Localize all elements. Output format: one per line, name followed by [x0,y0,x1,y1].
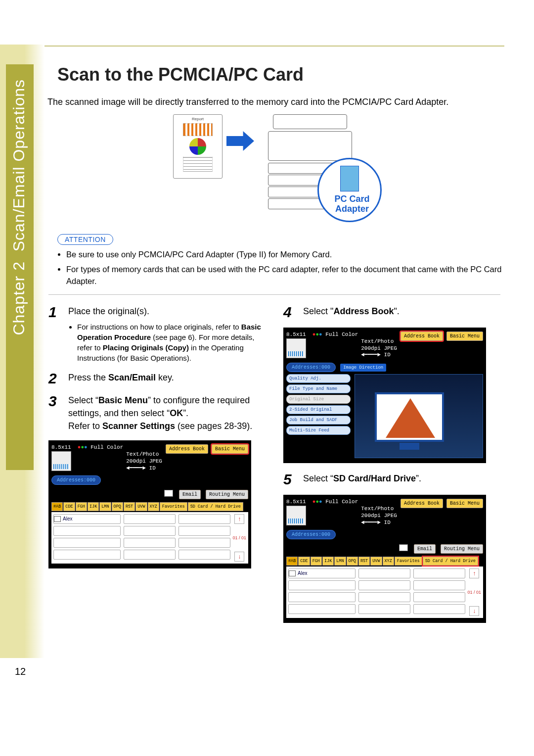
contact-entry[interactable] [413,604,465,614]
addresses-counter[interactable]: Addresses:000 [286,530,336,539]
alpha-tabs: #AB CDE FGH IJK LMN OPQ RST UVW XYZ Favo… [51,502,248,511]
attention-item: For types of memory cards that can be us… [66,264,504,287]
contact-entry[interactable]: Alex [53,514,121,524]
sd-card-tab[interactable]: SD Card / Hard Drive [188,502,243,511]
attention-item: Be sure to use only PCMCIA/PC Card Adapt… [66,249,504,261]
alpha-tab[interactable]: RST [358,557,370,566]
alpha-tab[interactable]: LMN [334,557,346,566]
contact-entry[interactable] [124,550,176,560]
contact-entry[interactable] [358,568,410,578]
address-book-button[interactable]: Address Book [400,499,443,508]
contact-entry[interactable] [358,592,410,602]
alpha-tab[interactable]: FGH [311,557,322,566]
contact-entry[interactable] [413,592,465,602]
email-button[interactable]: Email [414,544,436,554]
routing-menu-button[interactable]: Routing Menu [206,490,248,499]
addresses-counter[interactable]: Addresses:000 [51,475,101,485]
two-sided-button[interactable]: 2-Sided Original [286,405,351,414]
alpha-tab[interactable]: OPQ [112,502,123,511]
favorites-tab[interactable]: Favorites [160,502,187,511]
mail-icon [399,544,408,551]
original-size-button[interactable]: Original Size [286,395,351,404]
contact-entry[interactable] [53,526,121,536]
contact-entry[interactable] [413,568,465,578]
contact-entry[interactable] [53,550,121,560]
divider [48,294,500,295]
alpha-tab[interactable]: CDE [298,557,310,566]
step-1-text: Place the original(s). [68,306,149,316]
alpha-tab[interactable]: OPQ [347,557,358,566]
scroll-down-icon[interactable]: ↓ [234,552,244,562]
page-title: Scan to the PCMCIA/PC Card [57,64,504,85]
page-number: 12 [15,666,26,677]
contact-entry[interactable]: Alex [288,568,356,578]
contact-entry[interactable] [124,514,176,524]
pc-card-icon [340,166,359,191]
image-direction-label: Image Direction [340,364,386,372]
basic-menu-button[interactable]: Basic Menu [446,499,483,508]
contact-entry[interactable] [124,538,176,548]
paper-icon [51,451,71,471]
step-number: 2 [48,371,68,386]
contact-entry[interactable] [358,604,410,614]
alpha-tab[interactable]: XYZ [383,557,394,566]
multi-size-button[interactable]: Multi-Size Feed [286,426,351,435]
contact-entry[interactable] [288,604,356,614]
address-book-button[interactable]: Address Book [166,444,208,454]
alpha-tab[interactable]: XYZ [148,502,159,511]
alpha-tab[interactable]: LMN [99,502,111,511]
contact-entry[interactable] [358,580,410,590]
alpha-tab[interactable]: IJK [322,557,334,566]
page-indicator: 01 / 01 [467,590,481,595]
addresses-counter[interactable]: Addresses:000 [286,363,336,372]
sd-card-tab[interactable]: SD Card / Hard Drive [423,557,478,566]
alpha-tab[interactable]: #AB [286,557,298,566]
arrow-icon [226,131,254,151]
contact-entry[interactable] [413,580,465,590]
sample-document-icon: Report [173,114,222,179]
contact-entry[interactable] [178,550,230,560]
address-book-button[interactable]: Address Book [400,331,443,341]
basic-menu-button[interactable]: Basic Menu [446,331,483,341]
contact-entry[interactable] [53,538,121,548]
contact-entry[interactable] [288,580,356,590]
alpha-tab[interactable]: CDE [63,502,75,511]
chapter-label: Chapter 2 Scan/Email Operations [10,79,28,335]
monitor-icon [375,392,444,442]
intro-text: The scanned image will be directly trans… [47,97,504,107]
screen-step4: 8.5x11 ●●● Full Color Text/Photo 200dpi … [283,328,486,463]
contact-entry[interactable] [288,592,356,602]
alpha-tab[interactable]: UVW [135,502,147,511]
quality-adj-button[interactable]: Quality Adj. [286,374,351,383]
favorites-tab[interactable]: Favorites [395,557,422,566]
contact-entry[interactable] [124,526,176,536]
routing-menu-button[interactable]: Routing Menu [441,544,483,554]
contact-entry[interactable] [178,526,230,536]
file-type-button[interactable]: File Type and Name [286,384,351,393]
alpha-tabs: #AB CDE FGH IJK LMN OPQ RST UVW XYZ Favo… [286,557,483,566]
screen-step5: 8.5x11 ●●● Full Color Text/Photo 200dpi … [283,495,486,623]
contact-entry[interactable] [178,514,230,524]
screen-step3: 8.5x11 ●●● Full Color Text/Photo 200dpi … [48,440,251,568]
scroll-up-icon[interactable]: ↑ [234,514,244,524]
mail-icon [164,490,173,497]
alpha-tab[interactable]: #AB [51,502,63,511]
basic-menu-button[interactable]: Basic Menu [212,444,248,454]
adapter-label: PC CardAdapter [327,194,377,214]
step-number: 5 [283,472,303,487]
scroll-up-icon[interactable]: ↑ [469,568,479,578]
alpha-tab[interactable]: FGH [76,502,87,511]
attention-list: Be sure to use only PCMCIA/PC Card Adapt… [66,249,504,287]
step-2-text: Press the Scan/Email key. [68,371,269,386]
step-number: 3 [48,394,68,432]
step-3-text: Select “Basic Menu” to configure the req… [68,394,269,432]
alpha-tab[interactable]: IJK [88,502,99,511]
alpha-tab[interactable]: RST [124,502,135,511]
job-build-button[interactable]: Job Build and SADF [286,416,351,425]
step-5-text: Select “SD Card/Hard Drive”. [303,472,504,487]
scroll-down-icon[interactable]: ↓ [469,606,479,616]
preview-panel [355,374,483,458]
email-button[interactable]: Email [179,490,201,499]
alpha-tab[interactable]: UVW [370,557,382,566]
contact-entry[interactable] [178,538,230,548]
